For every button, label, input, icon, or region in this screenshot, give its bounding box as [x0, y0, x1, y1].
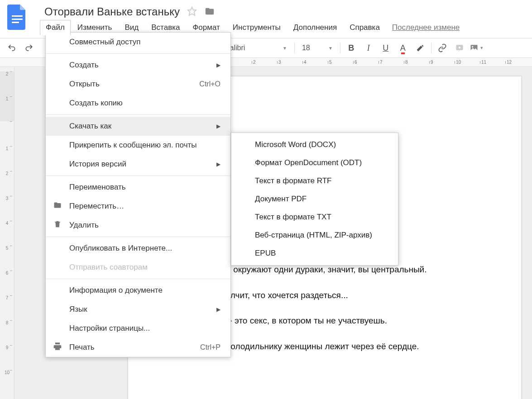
folder-icon [52, 201, 63, 212]
italic-button[interactable]: I [360, 40, 377, 56]
trash-icon [52, 220, 63, 231]
submenu-arrow-icon: ▶ [216, 123, 220, 129]
menu-publish[interactable]: Опубликовать в Интернете... [46, 239, 230, 258]
underline-button[interactable]: U [378, 40, 394, 56]
menu-label: Печать [69, 343, 95, 352]
font-name-label: Calibri [225, 44, 270, 52]
menu-label: Текст в формате RTF [255, 176, 331, 185]
menu-separator [46, 53, 230, 54]
menu-addons[interactable]: Дополнения [288, 20, 343, 35]
caret-down-icon: ▼ [283, 46, 287, 51]
menu-label: Совместный доступ [69, 38, 140, 47]
ruler-tick: 3 [0, 196, 14, 221]
menu-label: Microsoft Word (DOCX) [255, 140, 336, 149]
menu-make-copy[interactable]: Создать копию [46, 94, 230, 113]
ruler-tick: 5 [328, 60, 353, 65]
document-line[interactable]: зврат - это секс, в котором ты не участв… [205, 314, 435, 328]
menu-label: Прикрепить к сообщению эл. почты [69, 141, 197, 150]
download-docx[interactable]: Microsoft Word (DOCX) [231, 136, 398, 154]
font-size-label: 18 [302, 44, 316, 52]
menu-label: Открыть [69, 80, 100, 89]
move-folder-icon[interactable] [204, 6, 215, 18]
menu-share[interactable]: Совместный доступ [46, 33, 230, 52]
ruler-tick: 1 [0, 96, 14, 121]
download-txt[interactable]: Текст в формате TXT [231, 208, 398, 226]
caret-down-icon: ▼ [328, 46, 333, 51]
shortcut-label: Ctrl+P [200, 343, 220, 352]
menu-delete[interactable]: Удалить [46, 216, 230, 235]
bold-button[interactable]: B [343, 40, 359, 56]
menu-rename[interactable]: Переименовать [46, 178, 230, 197]
download-html[interactable]: Веб-страница (HTML, ZIP-архив) [231, 226, 398, 244]
menu-version-history[interactable]: История версий ▶ [46, 155, 230, 174]
menu-label: История версий [69, 160, 126, 169]
ruler-tick: 1 [0, 146, 14, 171]
insert-comment-button[interactable] [451, 40, 468, 56]
highlight-button[interactable] [412, 40, 428, 56]
document-line[interactable]: уть к холодильнику женщины лежит через е… [205, 340, 435, 353]
menu-label: Создать [69, 61, 99, 70]
insert-link-button[interactable] [434, 40, 451, 56]
caret-down-icon: ▼ [479, 46, 484, 50]
undo-button[interactable] [4, 40, 20, 56]
submenu-arrow-icon: ▶ [216, 161, 220, 167]
menu-label: Опубликовать в Интернете... [69, 244, 172, 253]
menu-language[interactable]: Язык ▶ [46, 300, 230, 319]
text-color-button[interactable]: A [395, 40, 411, 56]
print-icon [52, 342, 63, 353]
menu-doc-info[interactable]: Информация о документе [46, 281, 230, 300]
menu-label: Документ PDF [255, 195, 307, 204]
menu-label: Текст в формате TXT [255, 213, 331, 222]
menu-label: Информация о документе [69, 286, 163, 295]
font-size-select[interactable]: 18 ▼ [297, 44, 337, 52]
document-title[interactable]: Оторвали Ваньке встаньку [44, 5, 180, 18]
ruler-tick: 6 [0, 271, 14, 295]
svg-marker-3 [188, 7, 196, 15]
download-odt[interactable]: Формат OpenDocument (ODT) [231, 154, 398, 172]
shortcut-label: Ctrl+O [199, 80, 220, 88]
menu-page-setup[interactable]: Настройки страницы... [46, 319, 230, 338]
menu-email-attachment[interactable]: Прикрепить к сообщению эл. почты [46, 136, 230, 155]
menu-separator [46, 176, 230, 176]
menu-label: Отправить соавторам [69, 263, 148, 272]
menu-file[interactable]: Файл [40, 20, 71, 35]
menu-label: Настройки страницы... [69, 324, 150, 333]
menu-help[interactable]: Справка [344, 20, 386, 35]
ruler-tick: 2 [0, 71, 14, 96]
toolbar-separator [431, 43, 431, 53]
menu-label: EPUB [255, 249, 276, 258]
redo-button[interactable] [21, 40, 37, 56]
menu-send-coauthors: Отправить соавторам [46, 258, 230, 277]
download-epub[interactable]: EPUB [231, 244, 398, 262]
download-pdf[interactable]: Документ PDF [231, 190, 398, 208]
svg-rect-2 [12, 22, 19, 23]
download-rtf[interactable]: Текст в формате RTF [231, 172, 398, 190]
toolbar-separator [294, 43, 295, 53]
ruler-tick: 3 [277, 60, 302, 65]
ruler-tick [0, 121, 14, 146]
docs-logo[interactable] [4, 4, 31, 31]
menu-separator [46, 237, 230, 237]
document-line[interactable]: так молчит, что хочется раздеться... [205, 289, 435, 302]
star-icon[interactable] [187, 6, 197, 18]
ruler-tick: 10 [0, 370, 14, 395]
menu-download-as[interactable]: Скачать как ▶ [46, 117, 230, 136]
menu-print[interactable]: Печать Ctrl+P [46, 338, 230, 357]
vertical-ruler[interactable]: 2 1 1 2 3 4 5 6 7 8 9 10 [0, 67, 14, 399]
svg-rect-1 [12, 19, 23, 20]
menu-label: Переместить… [69, 202, 124, 211]
menu-separator [46, 114, 230, 115]
ruler-tick: 6 [353, 60, 379, 65]
menu-open[interactable]: Открыть Ctrl+O [46, 75, 230, 94]
menu-label: Веб-страница (HTML, ZIP-архив) [255, 231, 372, 240]
submenu-arrow-icon: ▶ [216, 62, 220, 68]
svg-rect-0 [12, 15, 23, 17]
file-menu-dropdown: Совместный доступ Создать ▶ Открыть Ctrl… [45, 32, 231, 357]
insert-image-button[interactable]: ▼ [469, 40, 485, 56]
ruler-tick: 10 [455, 60, 480, 65]
menu-tools[interactable]: Инструменты [227, 20, 287, 35]
menu-move[interactable]: Переместить… [46, 197, 230, 216]
menu-create[interactable]: Создать ▶ [46, 56, 230, 75]
menu-label: Удалить [69, 221, 99, 230]
last-edit-link[interactable]: Последнее измене [392, 23, 460, 32]
